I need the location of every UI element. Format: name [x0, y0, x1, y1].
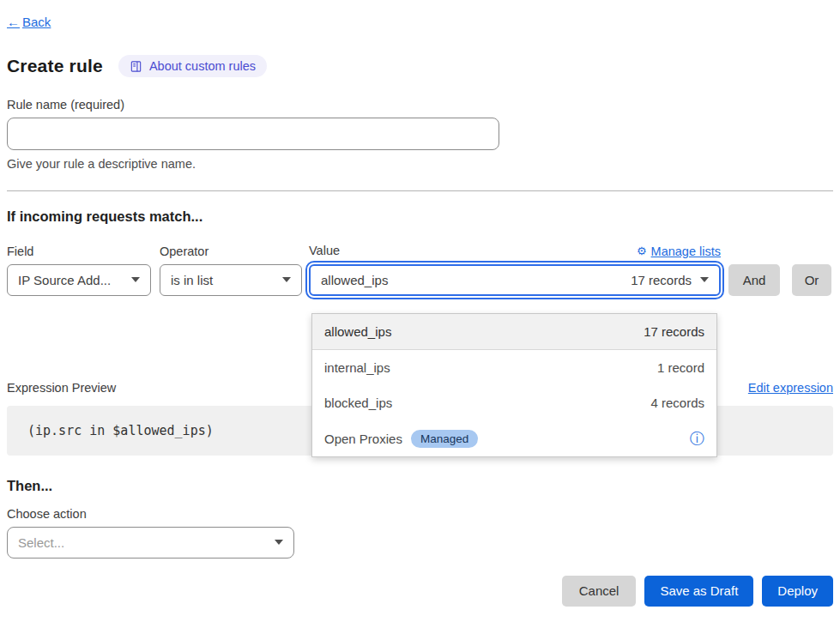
expression-code: (ip.src in $allowed_ips) [27, 423, 214, 438]
operator-select-value: is in list [171, 273, 213, 287]
edit-expression-link[interactable]: Edit expression [748, 381, 833, 395]
list-name: internal_ips [324, 360, 390, 375]
rule-name-helper: Give your rule a descriptive name. [7, 157, 833, 171]
dropdown-item-open-proxies[interactable]: Open Proxies Managed ⓘ [312, 421, 716, 457]
info-icon[interactable]: ⓘ [690, 432, 704, 446]
section-divider [7, 190, 833, 191]
chevron-down-icon [282, 277, 291, 282]
about-custom-rules-badge[interactable]: About custom rules [118, 55, 267, 77]
choose-action-label: Choose action [7, 507, 833, 521]
save-as-draft-button[interactable]: Save as Draft [644, 576, 753, 607]
dropdown-item-internal-ips[interactable]: internal_ips 1 record [312, 350, 716, 386]
manage-lists-link[interactable]: ⚙ Manage lists [637, 245, 721, 258]
operator-select[interactable]: is in list [160, 264, 302, 296]
action-select-placeholder: Select... [18, 535, 64, 550]
cancel-button[interactable]: Cancel [562, 576, 637, 607]
manage-lists-label: Manage lists [651, 245, 721, 258]
title-row: Create rule About custom rules [7, 55, 833, 77]
value-select[interactable]: allowed_ips 17 records [309, 264, 721, 296]
field-label: Field [7, 245, 151, 258]
chevron-down-icon [131, 277, 140, 282]
rule-name-input[interactable] [7, 118, 499, 150]
expression-preview-label: Expression Preview [7, 381, 116, 395]
rule-name-label: Rule name (required) [7, 98, 833, 112]
dropdown-item-allowed-ips[interactable]: allowed_ips 17 records [312, 314, 716, 350]
about-badge-label: About custom rules [149, 59, 256, 73]
list-name: blocked_ips [324, 395, 392, 410]
deploy-button[interactable]: Deploy [762, 576, 833, 607]
back-link-label: Back [22, 15, 51, 29]
book-icon [130, 60, 142, 73]
chevron-down-icon [275, 540, 283, 545]
footer-actions: Cancel Save as Draft Deploy [7, 576, 833, 607]
list-meta: 1 record [657, 360, 704, 375]
dropdown-item-blocked-ips[interactable]: blocked_ips 4 records [312, 385, 716, 421]
list-meta: 4 records [650, 395, 704, 410]
page-title: Create rule [7, 56, 103, 76]
list-name: Open Proxies [324, 432, 402, 446]
chevron-down-icon [700, 277, 709, 282]
value-label: Value [309, 244, 340, 257]
list-meta: 17 records [644, 324, 704, 339]
value-select-meta: 17 records [631, 273, 692, 287]
gear-icon: ⚙ [637, 245, 647, 257]
or-button[interactable]: Or [792, 264, 831, 296]
match-section-heading: If incoming requests match... [7, 208, 833, 225]
condition-row: Field IP Source Add... Operator is in li… [7, 244, 833, 296]
and-button[interactable]: And [728, 264, 780, 296]
field-select[interactable]: IP Source Add... [7, 264, 151, 296]
then-heading: Then... [7, 478, 833, 494]
create-rule-page: ←Back Create rule About custom rules Rul… [0, 0, 840, 634]
action-select[interactable]: Select... [7, 527, 294, 559]
back-link[interactable]: ←Back [7, 15, 51, 29]
operator-label: Operator [160, 245, 302, 258]
managed-badge: Managed [411, 430, 478, 448]
back-arrow-icon: ← [7, 15, 20, 29]
list-name: allowed_ips [324, 324, 391, 339]
field-select-value: IP Source Add... [18, 273, 111, 287]
value-select-value: allowed_ips [321, 273, 388, 287]
value-dropdown-menu: allowed_ips 17 records internal_ips 1 re… [311, 313, 717, 457]
